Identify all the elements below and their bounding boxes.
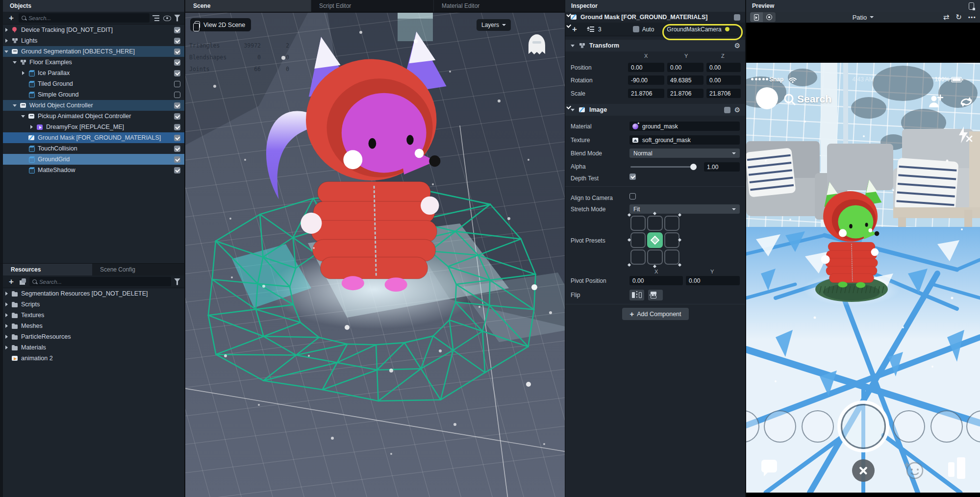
visibility-checkbox[interactable]: [174, 38, 180, 44]
transform-section-header[interactable]: Transform ⚙: [565, 40, 745, 51]
add-resource-button[interactable]: +: [7, 277, 16, 286]
resources-search-input[interactable]: [39, 279, 168, 285]
send-to-device-icon[interactable]: [969, 2, 974, 10]
pivot-top-left[interactable]: [630, 216, 646, 231]
search-icon[interactable]: [783, 93, 796, 106]
material-field[interactable]: ground_mask: [629, 122, 740, 131]
lens-explorer-icon[interactable]: [902, 458, 926, 481]
image-enabled-checkbox[interactable]: [724, 107, 730, 113]
tree-row-animation-2[interactable]: animation 2: [0, 353, 184, 364]
chevron-right-icon[interactable]: [21, 71, 25, 75]
auto-checkbox[interactable]: [633, 26, 639, 32]
visibility-icon[interactable]: [163, 16, 171, 21]
tree-row-groundgrid[interactable]: GroundGrid: [0, 154, 184, 165]
visibility-checkbox[interactable]: [174, 81, 180, 87]
scale-x-field[interactable]: 21.8706: [628, 89, 664, 98]
visibility-checkbox[interactable]: [174, 92, 180, 98]
tab-scene[interactable]: Scene: [185, 0, 311, 12]
resources-search[interactable]: [29, 277, 171, 286]
tree-row-tiled-ground[interactable]: Tiled Ground: [0, 78, 184, 89]
tab-scene-config[interactable]: Scene Config: [92, 264, 143, 275]
tree-row-scripts[interactable]: Scripts: [0, 299, 184, 310]
visibility-checkbox[interactable]: [174, 146, 180, 152]
tree-row-floor-examples[interactable]: Floor Examples: [0, 57, 184, 68]
tree-row-device-tracking-do-not-edit[interactable]: Device Tracking [DO_NOT_EDIT]: [0, 25, 184, 35]
chevron-right-icon[interactable]: [4, 345, 9, 350]
reset-preview-icon[interactable]: ↻: [955, 13, 962, 22]
objects-search[interactable]: [19, 13, 150, 23]
camera-flip-icon[interactable]: [958, 94, 975, 110]
align-to-camera-checkbox[interactable]: [629, 193, 636, 199]
visibility-checkbox[interactable]: [174, 49, 180, 55]
tree-row-meshes[interactable]: Meshes: [0, 321, 184, 331]
position-z-field[interactable]: 0.00: [706, 63, 741, 72]
rotation-z-field[interactable]: 0.00: [706, 75, 741, 85]
capture-button[interactable]: [841, 404, 886, 449]
scale-z-field[interactable]: 21.8706: [706, 89, 741, 98]
visibility-checkbox[interactable]: [174, 135, 180, 141]
avatar[interactable]: [756, 87, 778, 109]
import-resource-icon[interactable]: [19, 278, 26, 285]
chevron-down-icon[interactable]: [12, 60, 17, 65]
rotation-y-field[interactable]: 49.6385: [667, 75, 704, 85]
view-2d-scene-button[interactable]: View 2D Scene: [190, 18, 251, 31]
pivot-mid-right[interactable]: [664, 232, 679, 248]
image-section-header[interactable]: Image ⚙: [565, 104, 745, 116]
pivot-top-right[interactable]: [664, 216, 679, 231]
visibility-checkbox[interactable]: [174, 113, 180, 120]
chevron-right-icon[interactable]: [4, 313, 9, 318]
pivot-x-field[interactable]: 0.00: [629, 276, 683, 285]
flip-horizontal-button[interactable]: [629, 290, 644, 300]
gear-icon[interactable]: ⚙: [734, 106, 740, 114]
visibility-checkbox[interactable]: [174, 167, 180, 174]
rotation-x-field[interactable]: -90.00: [628, 75, 664, 85]
depth-test-checkbox[interactable]: [629, 174, 636, 180]
hierarchy-view-icon[interactable]: [152, 15, 160, 22]
chevron-down-icon[interactable]: [21, 114, 25, 119]
objects-search-input[interactable]: [28, 15, 147, 21]
tab-material-editor[interactable]: Material Editor: [433, 0, 492, 12]
visibility-checkbox[interactable]: [174, 102, 180, 109]
device-preview-button[interactable]: [750, 12, 763, 22]
pivot-bottom-right[interactable]: [664, 249, 679, 265]
position-y-field[interactable]: 0.00: [667, 63, 704, 72]
chevron-right-icon[interactable]: [4, 38, 9, 43]
add-object-button[interactable]: +: [7, 14, 16, 22]
pivot-bottom-left[interactable]: [630, 249, 646, 265]
chevron-right-icon[interactable]: [4, 334, 9, 339]
pivot-center-selected[interactable]: [647, 232, 662, 248]
add-friend-icon[interactable]: [929, 94, 943, 110]
tab-script-editor[interactable]: Script Editor: [311, 0, 370, 12]
tree-row-pickup-animated-object-controller[interactable]: Pickup Animated Object Controller: [0, 111, 184, 122]
close-lens-button[interactable]: [852, 459, 875, 482]
dreamyfox-3d-model[interactable]: [266, 31, 447, 292]
pivot-top-center[interactable]: [647, 216, 662, 231]
lens-carousel-item[interactable]: [746, 410, 759, 443]
visibility-checkbox[interactable]: [174, 124, 180, 130]
flip-vertical-button[interactable]: [648, 290, 663, 300]
tree-row-lights[interactable]: Lights: [0, 35, 184, 46]
auto-toggle[interactable]: Auto: [633, 26, 654, 33]
chevron-right-icon[interactable]: [4, 27, 9, 32]
tree-row-ground-mask-for-ground-materials[interactable]: Ground Mask [FOR_GROUND_MATERIALS]: [0, 132, 184, 143]
tree-row-dreamyfox-replace-me[interactable]: DreamyFox [REPLACE_ME]: [0, 122, 184, 132]
chevron-down-icon[interactable]: [570, 107, 575, 112]
chevron-down-icon[interactable]: [570, 43, 575, 48]
pivot-bottom-center[interactable]: [647, 249, 662, 265]
tree-row-ice-parallax[interactable]: Ice Parallax: [0, 68, 184, 78]
chevron-right-icon[interactable]: [4, 302, 9, 307]
tree-row-ground-segmentation-objects-here[interactable]: Ground Segmentation [OBJECTS_HERE]: [0, 46, 184, 57]
chat-icon[interactable]: [760, 458, 779, 477]
webcam-preview-button[interactable]: [763, 12, 776, 22]
render-order-value[interactable]: 3: [598, 26, 602, 33]
chevron-down-icon[interactable]: [12, 103, 17, 108]
sync-icon[interactable]: ⇄: [943, 13, 950, 22]
alpha-value-field[interactable]: 1.00: [704, 162, 740, 172]
tree-row-touchcollision[interactable]: TouchCollision: [0, 143, 184, 154]
scale-y-field[interactable]: 21.8706: [667, 89, 704, 98]
chevron-right-icon[interactable]: [4, 291, 9, 296]
add-component-button[interactable]: + Add Component: [622, 308, 689, 320]
pivot-mid-left[interactable]: [630, 232, 646, 248]
texture-field[interactable]: soft_ground_mask: [629, 135, 740, 145]
lens-carousel-item[interactable]: [802, 410, 834, 443]
